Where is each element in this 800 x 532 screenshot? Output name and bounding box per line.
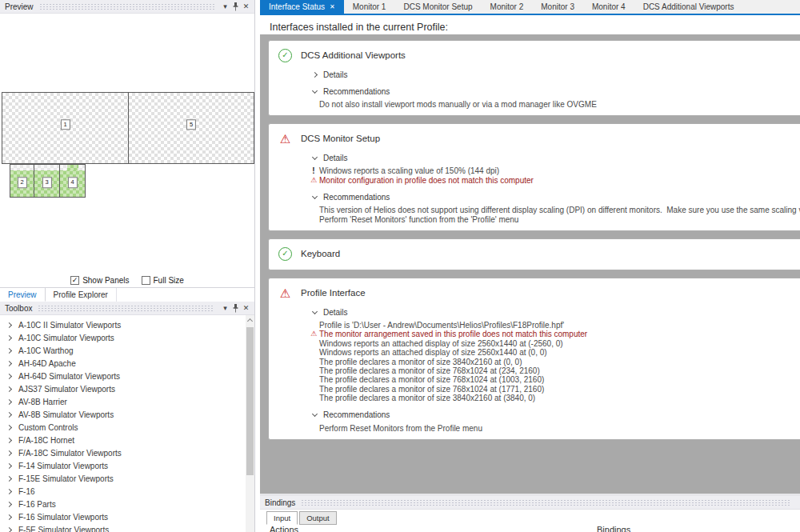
section-toggle-recommendations[interactable]: Recommendations: [313, 192, 791, 202]
toolbox-item-label: A-10C II Simulator Viewports: [18, 321, 121, 330]
tab-label: Interface Status: [269, 2, 325, 11]
tab-label: DCS Monitor Setup: [403, 2, 472, 11]
toolbox-item-ah-64d-simulator-viewports[interactable]: AH-64D Simulator Viewports: [0, 370, 246, 382]
toolbox-item-a-10c-simulator-viewports[interactable]: A-10C Simulator Viewports: [0, 331, 246, 344]
monitor-5[interactable]: 5: [128, 92, 254, 164]
section-toggle-details[interactable]: Details: [313, 70, 791, 79]
close-icon[interactable]: ✕: [330, 3, 335, 10]
bindings-tab-output[interactable]: Output: [299, 511, 337, 525]
close-icon[interactable]: ✕: [241, 303, 251, 314]
toolbox-item-a-10c-ii-simulator-viewports[interactable]: A-10C II Simulator Viewports: [0, 318, 246, 331]
detail-line: Profile is 'D:\User - Andrew\Documents\H…: [319, 321, 791, 330]
section-label: Details: [323, 308, 348, 317]
status-card-header: ✓DCS Additional Viewports: [278, 48, 791, 62]
tab-dcs-additional-viewports[interactable]: DCS Additional Viewports: [634, 0, 743, 14]
tab-label: Profile Explorer: [54, 290, 108, 299]
show-panels-checkbox[interactable]: ✓ Show Panels: [70, 276, 129, 285]
close-icon[interactable]: ✕: [241, 2, 251, 12]
detail-line-text: Windows reports an attached display of s…: [319, 339, 563, 348]
detail-line: The profile declares a monitor of size 7…: [319, 385, 791, 394]
full-size-label: Full Size: [154, 276, 184, 285]
toolbox-scrollbar[interactable]: [246, 315, 254, 532]
card-section: DetailsProfile is 'D:\User - Andrew\Docu…: [313, 307, 791, 403]
toolbox-item-custom-controls[interactable]: Custom Controls: [0, 421, 246, 434]
status-card-profile-interface: ⚠Profile InterfaceDetailsProfile is 'D:\…: [268, 278, 800, 440]
chevron-down-icon: [312, 308, 318, 314]
window-position-menu-icon[interactable]: ▾: [220, 2, 230, 12]
titlebar-grip-texture: [39, 3, 214, 10]
toolbox-item-av-8b-harrier[interactable]: AV-8B Harrier: [0, 395, 246, 408]
titlebar-grip-texture: [38, 305, 214, 311]
detail-line-text: The monitor arrangement saved in this pr…: [319, 330, 587, 338]
bindings-tabbar: InputOutput: [266, 511, 338, 525]
toolbox-item-ajs37-simulator-viewports[interactable]: AJS37 Simulator Viewports: [0, 382, 246, 395]
chevron-right-icon: [6, 424, 12, 430]
bindings-panel-titlebar: Bindings: [260, 496, 800, 510]
detail-line: !Windows reports a scaling value of 150%…: [319, 166, 791, 175]
monitor-4[interactable]: 4: [59, 164, 86, 198]
detail-line-text: Windows reports an attached display of s…: [319, 348, 547, 357]
monitor-4-top-strip: [60, 165, 85, 170]
monitor-2[interactable]: 2: [10, 164, 34, 198]
scroll-up-icon[interactable]: [246, 318, 252, 324]
toolbox-item-f-16-parts[interactable]: F-16 Parts: [0, 498, 246, 510]
toolbox-item-av-8b-simulator-viewports[interactable]: AV-8B Simulator Viewports: [0, 408, 246, 421]
section-toggle-details[interactable]: Details: [313, 153, 791, 162]
left-dock-column: Preview ▾ ✕ 1 5 2 3: [0, 0, 255, 532]
toolbox-item-f-16[interactable]: F-16: [0, 485, 246, 498]
toolbox-list: A-10C II Simulator ViewportsA-10C Simula…: [0, 315, 246, 532]
detail-line-text: Perform Reset Monitors from the Profile …: [319, 424, 482, 433]
tab-monitor-4[interactable]: Monitor 4: [583, 0, 634, 14]
toolbox-item-ah-64d-apache[interactable]: AH-64D Apache: [0, 357, 246, 370]
chevron-down-icon: [312, 87, 318, 93]
toolbox-item-label: A-10C Warthog: [18, 346, 74, 355]
section-toggle-details[interactable]: Details: [313, 307, 791, 317]
section-lines: !Windows reports a scaling value of 150%…: [319, 166, 791, 185]
pin-icon[interactable]: [230, 303, 241, 314]
toolbox-item-label: F-16 Simulator Viewports: [18, 513, 108, 522]
toolbox-item-a-10c-warthog[interactable]: A-10C Warthog: [0, 344, 246, 357]
checkbox-box[interactable]: [142, 276, 150, 285]
chevron-right-icon: [6, 488, 12, 494]
full-size-checkbox[interactable]: Full Size: [142, 276, 184, 285]
status-warning-icon: ⚠: [278, 286, 292, 300]
tab-monitor-1[interactable]: Monitor 1: [344, 0, 395, 14]
monitor-1[interactable]: 1: [2, 92, 129, 164]
tab-monitor-2[interactable]: Monitor 2: [482, 0, 533, 14]
window-position-menu-icon[interactable]: ▾: [220, 303, 230, 314]
detail-line-text: Monitor configuration in profile does no…: [319, 176, 534, 185]
toolbox-item-f-5e-simulator-viewports[interactable]: F-5E Simulator Viewports: [0, 523, 246, 532]
tab-dcs-monitor-setup[interactable]: DCS Monitor Setup: [394, 0, 481, 14]
scrollbar-thumb[interactable]: [246, 327, 254, 475]
toolbox-item-f-15e-simulator-viewports[interactable]: F-15E Simulator Viewports: [0, 472, 246, 485]
pin-icon[interactable]: [230, 2, 241, 12]
toolbox-item-f-14-simulator-viewports[interactable]: F-14 Simulator Viewports: [0, 459, 246, 472]
page-title: Interfaces installed in the current Prof…: [260, 17, 800, 34]
monitor-3[interactable]: 3: [34, 164, 60, 198]
detail-line: The profile declares a monitor of size 3…: [319, 358, 791, 366]
section-label: Details: [323, 154, 348, 162]
section-toggle-recommendations[interactable]: Recommendations: [313, 410, 791, 420]
tab-interface-status[interactable]: Interface Status✕: [260, 0, 344, 14]
tab-preview[interactable]: Preview: [0, 288, 46, 302]
tab-label: Preview: [8, 290, 37, 299]
card-section: RecommendationsDo not also install viewp…: [313, 86, 791, 109]
titlebar-grip-texture: [301, 499, 791, 506]
toolbox-item-label: AH-64D Apache: [18, 359, 76, 368]
detail-line: The profile declares a monitor of size 7…: [319, 366, 791, 375]
status-card-title: Keyboard: [301, 249, 340, 258]
toolbox-item-f-a-18c-simulator-viewports[interactable]: F/A-18C Simulator Viewports: [0, 446, 246, 459]
toolbox-item-f-16-simulator-viewports[interactable]: F-16 Simulator Viewports: [0, 510, 246, 523]
toolbox-item-f-a-18c-hornet[interactable]: F/A-18C Hornet: [0, 434, 246, 446]
tab-monitor-3[interactable]: Monitor 3: [532, 0, 583, 14]
tab-profile-explorer[interactable]: Profile Explorer: [46, 288, 117, 302]
detail-line: Windows reports an attached display of s…: [319, 339, 791, 348]
section-toggle-recommendations[interactable]: Recommendations: [313, 86, 791, 96]
checkbox-box[interactable]: ✓: [70, 276, 79, 285]
status-card-title: DCS Additional Viewports: [301, 50, 406, 60]
document-tabstrip: Interface Status✕Monitor 1DCS Monitor Se…: [260, 0, 800, 15]
bindings-tab-input[interactable]: Input: [266, 511, 298, 525]
bindings-column-header: Bindings: [597, 525, 630, 532]
chevron-down-icon: [312, 154, 318, 160]
chevron-right-icon: [6, 322, 12, 327]
